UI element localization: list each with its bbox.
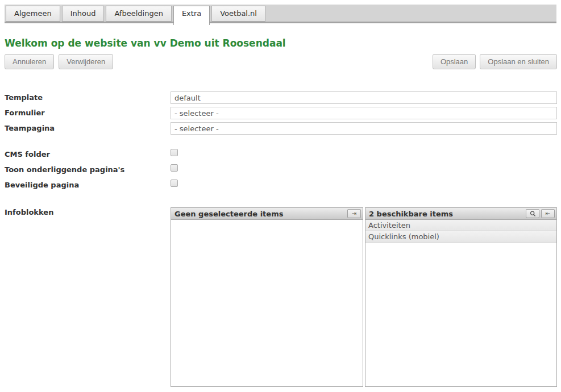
move-all-right-button[interactable]: ⇥	[347, 209, 361, 218]
arrow-to-bar-right-icon: ⇥	[352, 210, 356, 218]
selected-items-panel: Geen geselecteerde items ⇥	[171, 207, 363, 387]
tab-inhoud[interactable]: Inhoud	[62, 6, 105, 22]
template-label: Template	[5, 93, 43, 102]
cms-folder-label: CMS folder	[5, 150, 50, 159]
available-items-panel: 2 beschikbare items ⇤ Activiteiten Quick…	[365, 207, 557, 387]
template-input[interactable]	[171, 91, 557, 104]
toon-onderliggende-paginas-label: Toon onderliggende pagina's	[5, 165, 124, 174]
formulier-select[interactable]	[171, 107, 557, 119]
opslaan-en-sluiten-button[interactable]: Opslaan en sluiten	[480, 54, 557, 69]
actions-right: Opslaan Opslaan en sluiten	[433, 54, 557, 69]
opslaan-button[interactable]: Opslaan	[433, 54, 476, 69]
tab-afbeeldingen[interactable]: Afbeeldingen	[106, 6, 171, 22]
selected-items-panel-title: Geen geselecteerde items	[174, 210, 283, 218]
verwijderen-button[interactable]: Verwijderen	[59, 54, 113, 69]
tab-extra[interactable]: Extra	[173, 6, 210, 25]
formulier-label: Formulier	[5, 109, 45, 117]
selected-items-panel-header: Geen geselecteerde items ⇥	[171, 208, 363, 220]
tab-bar: Algemeen Inhoud Afbeeldingen Extra Voetb…	[5, 5, 556, 23]
move-all-left-button[interactable]: ⇤	[541, 209, 555, 218]
search-icon	[530, 211, 536, 217]
tab-algemeen[interactable]: Algemeen	[6, 6, 60, 22]
infoblokken-label: Infoblokken	[5, 208, 53, 216]
arrow-to-bar-left-icon: ⇤	[546, 210, 550, 218]
beveiligde-pagina-checkbox[interactable]	[171, 180, 178, 187]
toon-onderliggende-paginas-checkbox[interactable]	[171, 164, 178, 172]
available-items-panel-title: 2 beschikbare items	[369, 210, 453, 218]
page: Algemeen Inhoud Afbeeldingen Extra Voetb…	[0, 0, 561, 392]
available-items-list: Activiteiten Quicklinks (mobiel)	[365, 220, 556, 243]
teampagina-label: Teampagina	[5, 124, 55, 132]
annuleren-button[interactable]: Annuleren	[5, 54, 54, 69]
list-item[interactable]: Quicklinks (mobiel)	[365, 231, 556, 243]
tab-voetbal-nl[interactable]: Voetbal.nl	[211, 6, 265, 22]
teampagina-select[interactable]	[171, 122, 557, 135]
search-button[interactable]	[526, 209, 539, 218]
tabs: Algemeen Inhoud Afbeeldingen Extra Voetb…	[6, 6, 265, 25]
cms-folder-checkbox[interactable]	[171, 149, 178, 156]
beveiligde-pagina-label: Beveiligde pagina	[5, 181, 79, 189]
page-title: Welkom op de website van vv Demo uit Roo…	[5, 37, 286, 49]
list-item[interactable]: Activiteiten	[365, 220, 556, 231]
available-items-panel-header: 2 beschikbare items ⇤	[365, 208, 556, 220]
actions-left: Annuleren Verwijderen	[5, 54, 113, 69]
